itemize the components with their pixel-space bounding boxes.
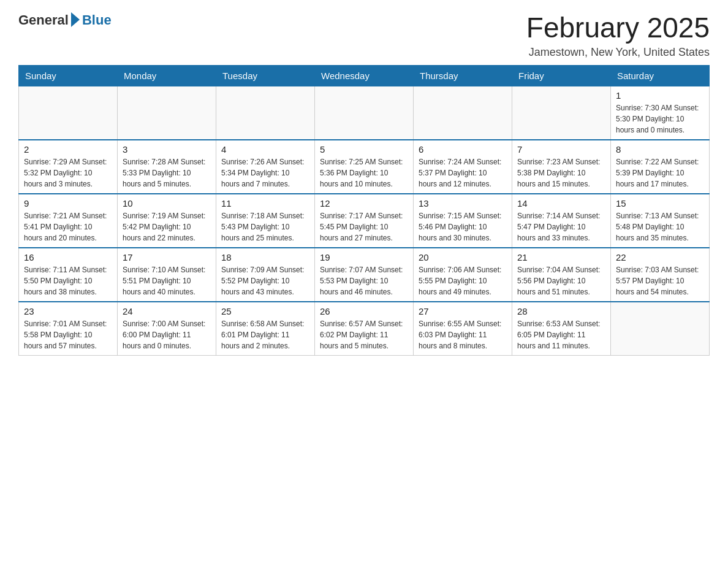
- calendar-cell: 19Sunrise: 7:07 AM Sunset: 5:53 PM Dayli…: [315, 248, 414, 302]
- calendar-cell: 24Sunrise: 7:00 AM Sunset: 6:00 PM Dayli…: [118, 302, 216, 356]
- calendar-cell: 13Sunrise: 7:15 AM Sunset: 5:46 PM Dayli…: [414, 194, 512, 248]
- logo-arrow-icon: [71, 12, 80, 27]
- logo: General Blue: [18, 12, 112, 28]
- weekday-header-saturday: Saturday: [611, 65, 710, 86]
- calendar-week-row: 1Sunrise: 7:30 AM Sunset: 5:30 PM Daylig…: [19, 86, 710, 140]
- day-number: 10: [123, 198, 211, 209]
- day-info: Sunrise: 6:55 AM Sunset: 6:03 PM Dayligh…: [419, 318, 507, 351]
- day-number: 28: [517, 306, 605, 316]
- calendar-cell: 6Sunrise: 7:24 AM Sunset: 5:37 PM Daylig…: [414, 140, 512, 194]
- day-number: 21: [517, 252, 605, 262]
- calendar-cell: 23Sunrise: 7:01 AM Sunset: 5:58 PM Dayli…: [19, 302, 118, 356]
- day-number: 24: [123, 306, 211, 316]
- day-number: 19: [320, 252, 408, 262]
- calendar-cell: [414, 86, 512, 140]
- calendar-week-row: 9Sunrise: 7:21 AM Sunset: 5:41 PM Daylig…: [19, 194, 710, 248]
- title-section: February 2025 Jamestown, New York, Unite…: [526, 12, 710, 59]
- day-number: 7: [517, 144, 605, 155]
- calendar-week-row: 16Sunrise: 7:11 AM Sunset: 5:50 PM Dayli…: [19, 248, 710, 302]
- day-info: Sunrise: 7:29 AM Sunset: 5:32 PM Dayligh…: [24, 156, 112, 190]
- weekday-header-friday: Friday: [512, 65, 611, 86]
- day-info: Sunrise: 7:24 AM Sunset: 5:37 PM Dayligh…: [419, 156, 507, 190]
- day-number: 1: [616, 90, 704, 101]
- calendar-cell: 2Sunrise: 7:29 AM Sunset: 5:32 PM Daylig…: [19, 140, 118, 194]
- day-info: Sunrise: 7:09 AM Sunset: 5:52 PM Dayligh…: [221, 264, 309, 297]
- day-number: 9: [24, 198, 112, 209]
- location-subtitle: Jamestown, New York, United States: [526, 46, 710, 59]
- day-info: Sunrise: 7:13 AM Sunset: 5:48 PM Dayligh…: [616, 210, 704, 243]
- day-info: Sunrise: 7:15 AM Sunset: 5:46 PM Dayligh…: [419, 210, 507, 243]
- calendar-cell: 14Sunrise: 7:14 AM Sunset: 5:47 PM Dayli…: [512, 194, 611, 248]
- day-number: 17: [123, 252, 211, 262]
- calendar-cell: 12Sunrise: 7:17 AM Sunset: 5:45 PM Dayli…: [315, 194, 414, 248]
- calendar-cell: 11Sunrise: 7:18 AM Sunset: 5:43 PM Dayli…: [216, 194, 315, 248]
- logo-general-text: General: [18, 12, 69, 28]
- day-number: 3: [123, 144, 211, 155]
- calendar-cell: 5Sunrise: 7:25 AM Sunset: 5:36 PM Daylig…: [315, 140, 414, 194]
- day-number: 6: [419, 144, 507, 155]
- weekday-header-sunday: Sunday: [19, 65, 118, 86]
- day-info: Sunrise: 7:14 AM Sunset: 5:47 PM Dayligh…: [517, 210, 605, 243]
- day-info: Sunrise: 7:26 AM Sunset: 5:34 PM Dayligh…: [221, 156, 309, 190]
- day-number: 14: [517, 198, 605, 209]
- weekday-header-monday: Monday: [118, 65, 216, 86]
- day-info: Sunrise: 7:01 AM Sunset: 5:58 PM Dayligh…: [24, 318, 112, 351]
- day-number: 5: [320, 144, 408, 155]
- calendar-cell: 17Sunrise: 7:10 AM Sunset: 5:51 PM Dayli…: [118, 248, 216, 302]
- calendar-cell: 25Sunrise: 6:58 AM Sunset: 6:01 PM Dayli…: [216, 302, 315, 356]
- calendar-cell: 1Sunrise: 7:30 AM Sunset: 5:30 PM Daylig…: [611, 86, 710, 140]
- weekday-header-wednesday: Wednesday: [315, 65, 414, 86]
- day-number: 8: [616, 144, 704, 155]
- day-number: 26: [320, 306, 408, 316]
- calendar-cell: 27Sunrise: 6:55 AM Sunset: 6:03 PM Dayli…: [414, 302, 512, 356]
- calendar-cell: 15Sunrise: 7:13 AM Sunset: 5:48 PM Dayli…: [611, 194, 710, 248]
- day-info: Sunrise: 7:00 AM Sunset: 6:00 PM Dayligh…: [123, 318, 211, 351]
- day-info: Sunrise: 6:53 AM Sunset: 6:05 PM Dayligh…: [517, 318, 605, 351]
- day-info: Sunrise: 7:17 AM Sunset: 5:45 PM Dayligh…: [320, 210, 408, 243]
- day-info: Sunrise: 7:04 AM Sunset: 5:56 PM Dayligh…: [517, 264, 605, 297]
- day-number: 23: [24, 306, 112, 316]
- day-info: Sunrise: 6:57 AM Sunset: 6:02 PM Dayligh…: [320, 318, 408, 351]
- day-number: 27: [419, 306, 507, 316]
- month-year-title: February 2025: [526, 12, 710, 44]
- day-info: Sunrise: 7:21 AM Sunset: 5:41 PM Dayligh…: [24, 210, 112, 243]
- day-info: Sunrise: 7:25 AM Sunset: 5:36 PM Dayligh…: [320, 156, 408, 190]
- calendar-cell: [216, 86, 315, 140]
- calendar-cell: 22Sunrise: 7:03 AM Sunset: 5:57 PM Dayli…: [611, 248, 710, 302]
- day-number: 15: [616, 198, 704, 209]
- day-info: Sunrise: 7:11 AM Sunset: 5:50 PM Dayligh…: [24, 264, 112, 297]
- calendar-cell: 21Sunrise: 7:04 AM Sunset: 5:56 PM Dayli…: [512, 248, 611, 302]
- weekday-header-thursday: Thursday: [414, 65, 512, 86]
- day-info: Sunrise: 7:19 AM Sunset: 5:42 PM Dayligh…: [123, 210, 211, 243]
- calendar-cell: 18Sunrise: 7:09 AM Sunset: 5:52 PM Dayli…: [216, 248, 315, 302]
- day-number: 4: [221, 144, 309, 155]
- calendar-cell: [315, 86, 414, 140]
- calendar-cell: 7Sunrise: 7:23 AM Sunset: 5:38 PM Daylig…: [512, 140, 611, 194]
- day-info: Sunrise: 7:18 AM Sunset: 5:43 PM Dayligh…: [221, 210, 309, 243]
- calendar-cell: 8Sunrise: 7:22 AM Sunset: 5:39 PM Daylig…: [611, 140, 710, 194]
- weekday-header-tuesday: Tuesday: [216, 65, 315, 86]
- calendar-cell: [19, 86, 118, 140]
- day-number: 25: [221, 306, 309, 316]
- day-info: Sunrise: 7:23 AM Sunset: 5:38 PM Dayligh…: [517, 156, 605, 190]
- day-info: Sunrise: 7:07 AM Sunset: 5:53 PM Dayligh…: [320, 264, 408, 297]
- day-info: Sunrise: 7:10 AM Sunset: 5:51 PM Dayligh…: [123, 264, 211, 297]
- calendar-table: SundayMondayTuesdayWednesdayThursdayFrid…: [18, 65, 710, 356]
- calendar-cell: 26Sunrise: 6:57 AM Sunset: 6:02 PM Dayli…: [315, 302, 414, 356]
- day-info: Sunrise: 7:22 AM Sunset: 5:39 PM Dayligh…: [616, 156, 704, 190]
- calendar-cell: [118, 86, 216, 140]
- day-number: 16: [24, 252, 112, 262]
- day-number: 18: [221, 252, 309, 262]
- calendar-cell: 16Sunrise: 7:11 AM Sunset: 5:50 PM Dayli…: [19, 248, 118, 302]
- page-header: General Blue February 2025 Jamestown, Ne…: [18, 12, 710, 59]
- day-info: Sunrise: 7:06 AM Sunset: 5:55 PM Dayligh…: [419, 264, 507, 297]
- day-info: Sunrise: 7:30 AM Sunset: 5:30 PM Dayligh…: [616, 102, 704, 136]
- calendar-cell: 20Sunrise: 7:06 AM Sunset: 5:55 PM Dayli…: [414, 248, 512, 302]
- day-number: 20: [419, 252, 507, 262]
- day-info: Sunrise: 7:28 AM Sunset: 5:33 PM Dayligh…: [123, 156, 211, 190]
- logo-blue-text: Blue: [82, 12, 112, 28]
- calendar-week-row: 23Sunrise: 7:01 AM Sunset: 5:58 PM Dayli…: [19, 302, 710, 356]
- calendar-cell: 9Sunrise: 7:21 AM Sunset: 5:41 PM Daylig…: [19, 194, 118, 248]
- calendar-cell: 3Sunrise: 7:28 AM Sunset: 5:33 PM Daylig…: [118, 140, 216, 194]
- day-number: 12: [320, 198, 408, 209]
